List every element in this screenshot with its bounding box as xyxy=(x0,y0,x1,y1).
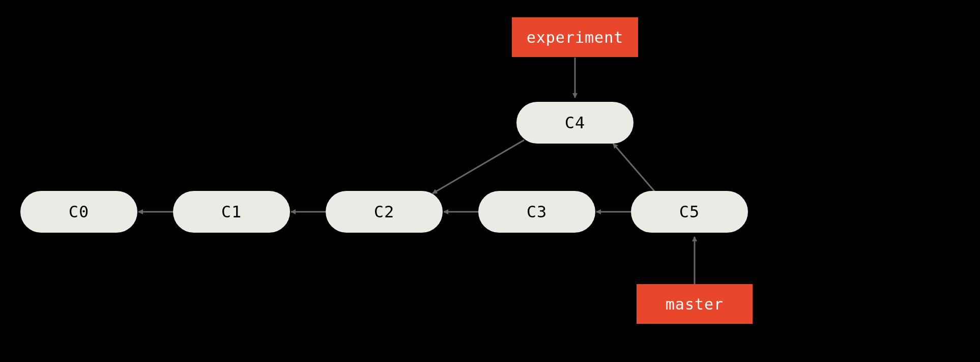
commit-c1: C1 xyxy=(173,191,290,233)
branch-experiment: experiment xyxy=(512,17,638,57)
commit-c5: C5 xyxy=(631,191,748,233)
edge-c4-c2 xyxy=(433,140,524,193)
commit-label: C5 xyxy=(679,202,700,221)
branch-master: master xyxy=(637,284,753,324)
arrows-layer xyxy=(0,0,980,362)
commit-label: C3 xyxy=(527,202,547,221)
commit-label: C1 xyxy=(221,202,242,221)
edge-c5-c4 xyxy=(613,144,656,193)
commit-c4: C4 xyxy=(516,102,633,144)
commit-label: C2 xyxy=(374,202,395,221)
git-graph-diagram: C0 C1 C2 C3 C4 C5 experiment master xyxy=(0,0,980,362)
commit-c3: C3 xyxy=(478,191,595,233)
branch-label-text: experiment xyxy=(527,29,624,46)
commit-label: C0 xyxy=(69,202,90,221)
commit-c0: C0 xyxy=(20,191,137,233)
commit-label: C4 xyxy=(565,113,586,132)
branch-label-text: master xyxy=(666,295,724,313)
commit-c2: C2 xyxy=(326,191,443,233)
